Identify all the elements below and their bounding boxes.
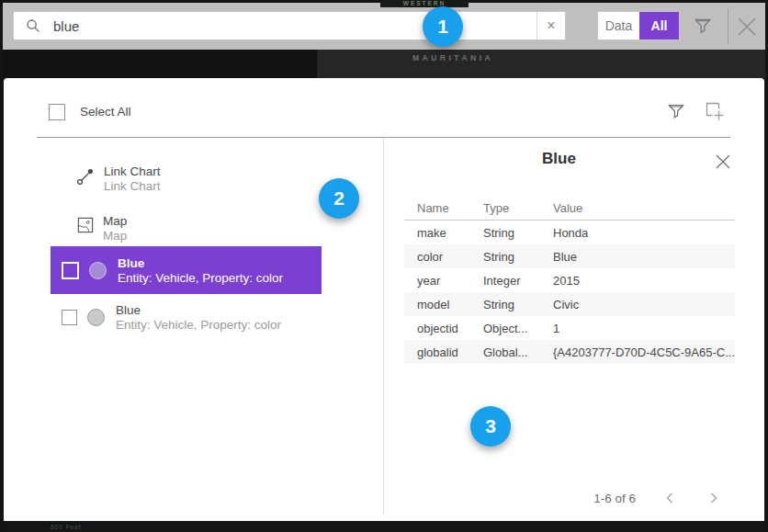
column-header-value: Value (553, 201, 735, 215)
result-subtitle: Link Chart (104, 179, 161, 193)
cell-value: 1 (553, 322, 735, 335)
cell-type: Global... (483, 345, 553, 359)
cell-value: Honda (553, 226, 735, 240)
map-scale-label: 500 Feet (51, 524, 82, 530)
result-subtitle: Entity: Vehicle, Property: color (116, 318, 281, 332)
cell-name: model (404, 298, 483, 311)
result-item-blue-selected[interactable]: Blue Entity: Vehicle, Property: color (51, 246, 322, 294)
attribute-table-header: Name Type Value (404, 196, 735, 221)
search-toolbar: × Data All (3, 3, 765, 50)
result-item-link-chart[interactable]: Link Chart Link Chart (76, 164, 161, 193)
result-subtitle: Entity: Vehicle, Property: color (118, 271, 283, 285)
table-row: model String Civic (404, 292, 735, 316)
table-row: make String Honda (404, 221, 735, 244)
pagination: 1-6 of 6 (404, 489, 728, 507)
result-checkbox[interactable] (62, 262, 79, 279)
pagination-label: 1-6 of 6 (593, 492, 636, 505)
cell-value: Civic (553, 298, 735, 311)
dimmed-map-bottom: 500 Feet (3, 521, 765, 532)
select-all-label: Select All (80, 105, 131, 119)
result-title: Map (103, 214, 127, 228)
table-row: color String Blue (404, 244, 735, 268)
cell-type: Integer (483, 274, 553, 288)
cell-name: color (404, 250, 483, 264)
chevron-right-icon (710, 492, 717, 504)
result-title: Blue (116, 303, 281, 317)
toolbar-divider (728, 8, 728, 44)
cell-value: Blue (553, 250, 735, 264)
annotation-callout-1: 1 (423, 6, 463, 47)
result-item-map[interactable]: Map Map (77, 214, 127, 243)
map-country-label: MAURITANIA (412, 53, 493, 62)
cell-type: String (483, 298, 553, 311)
cell-type: String (483, 250, 553, 264)
table-row: year Integer 2015 (404, 268, 735, 292)
clear-search-button[interactable]: × (536, 12, 565, 40)
result-subtitle: Map (103, 229, 127, 243)
link-chart-icon (76, 167, 95, 186)
attribute-table: Name Type Value make String Honda color … (404, 196, 735, 364)
search-icon (26, 18, 40, 33)
map-country-label-top: WESTERN (380, 0, 469, 7)
entity-circle-icon (87, 309, 105, 326)
search-results-panel: Select All Link Chart Link Chart (4, 78, 764, 521)
entity-circle-icon (89, 262, 107, 279)
close-details-icon[interactable] (715, 153, 731, 170)
search-box[interactable]: × (13, 11, 566, 40)
cell-name: make (404, 226, 483, 240)
table-row: globalid Global... {A4203777-D70D-4C5C-9… (404, 340, 735, 364)
result-title: Link Chart (104, 164, 161, 178)
list-details-divider (383, 138, 384, 515)
cell-name: objectid (404, 322, 483, 335)
cell-value: {A4203777-D70D-4C5C-9A65-C... (553, 345, 735, 359)
app-window: WESTERN × Data All MAURITANIA (0, 0, 768, 532)
cell-name: year (404, 274, 483, 288)
cell-type: String (483, 226, 553, 240)
cell-value: 2015 (553, 274, 735, 288)
close-search-icon[interactable] (734, 14, 760, 40)
map-land-area (317, 50, 765, 78)
annotation-callout-2: 2 (319, 178, 359, 219)
filter-results-icon[interactable] (667, 102, 685, 120)
details-title: Blue (383, 150, 735, 168)
result-checkbox[interactable] (62, 310, 77, 325)
filter-icon[interactable] (693, 16, 713, 36)
select-all-checkbox[interactable] (49, 104, 65, 120)
result-item-blue[interactable]: Blue Entity: Vehicle, Property: color (51, 294, 322, 340)
chevron-left-icon (666, 492, 673, 504)
table-row: objectid Object... 1 (404, 316, 735, 340)
cell-name: globalid (404, 345, 483, 359)
annotation-callout-3: 3 (470, 406, 511, 447)
add-to-map-icon[interactable] (704, 100, 726, 122)
column-header-name: Name (404, 201, 483, 215)
next-page-button[interactable] (700, 491, 728, 505)
map-icon (77, 217, 94, 233)
result-title: Blue (118, 256, 283, 270)
dimmed-map-background: MAURITANIA (3, 50, 765, 78)
toggle-option-all[interactable]: All (639, 12, 679, 40)
data-all-toggle: Data All (597, 11, 680, 40)
toggle-option-data[interactable]: Data (598, 12, 639, 40)
column-header-type: Type (483, 201, 553, 215)
previous-page-button[interactable] (656, 491, 683, 505)
cell-type: Object... (483, 322, 553, 335)
